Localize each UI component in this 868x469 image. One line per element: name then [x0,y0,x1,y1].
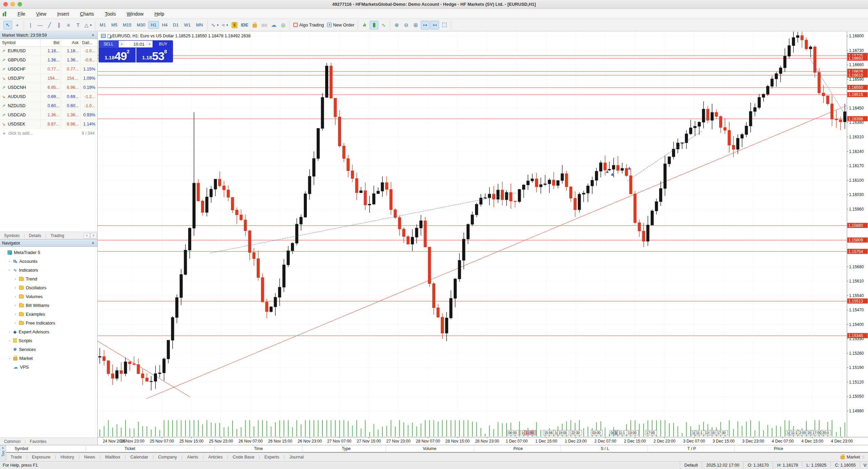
close-icon[interactable]: × [2,446,4,450]
chart-shift-icon[interactable]: ↤ [430,21,439,30]
candles-chart-icon[interactable] [370,21,378,30]
tile-windows-icon[interactable]: ⊞ [411,21,420,30]
volume-input[interactable]: 10.01 [125,41,146,47]
toolbox-tab-calendar[interactable]: Calendar [126,454,153,460]
shapes-tool-icon[interactable]: △▾ [83,21,93,30]
auto-scroll-icon[interactable]: ↦ [421,21,430,30]
navigator-item-indicators[interactable]: ›∿Indicators [0,266,97,274]
expander-icon[interactable]: › [14,312,17,316]
menu-window[interactable]: Window [121,10,149,18]
tab-common[interactable]: Common [0,439,25,444]
navigator-item-oscillators[interactable]: ›Oscillators [0,283,97,292]
timeframe-m5[interactable]: M5 [108,21,120,29]
chart-canvas[interactable]: 1.168001.167301.166601.165901.164501.163… [98,32,868,445]
navigator-item-examples[interactable]: ›Examples [0,310,97,318]
bars-chart-icon[interactable] [360,21,369,30]
horizontal-line-tool-icon[interactable]: — [36,21,44,30]
toolbox-tab-journal[interactable]: Journal [285,454,308,460]
timeframe-mn[interactable]: MN [193,21,205,29]
menu-help[interactable]: Help [149,10,170,18]
signals-icon[interactable]: ((o)) [260,21,269,30]
menu-insert[interactable]: Insert [52,10,75,18]
crosshair-tool-icon[interactable]: + [13,21,22,30]
toolbox-tab-mailbox[interactable]: Mailbox [101,454,125,460]
vertical-line-tool-icon[interactable]: | [26,21,35,30]
trendline-tool-icon[interactable]: ╱ [45,21,54,30]
toolbox-tab-experts[interactable]: Experts [260,454,284,460]
toolbox-tab-trade[interactable]: Trade [6,454,26,460]
expander-icon[interactable]: › [14,321,17,325]
new-order-button[interactable]: +New Order [326,21,356,30]
volume-increase-button[interactable]: ∧ [146,41,153,47]
toolbox-tab-news[interactable]: News [80,454,100,460]
navigator-item-volumes[interactable]: ›Volumes [0,292,97,301]
toolbox-tab-articles[interactable]: Articles [204,454,227,460]
navigator-item-expert-advisors[interactable]: ›◆Expert Advisors [0,327,97,336]
tab-favorites[interactable]: Favorites [26,439,51,444]
toolbox-tab-history[interactable]: History [56,454,78,460]
timeframe-d1[interactable]: D1 [170,21,181,29]
expander-icon[interactable]: › [8,338,11,343]
community-icon[interactable]: ◎ [279,21,288,30]
tab-trading[interactable]: Trading [46,233,68,238]
expander-icon[interactable]: › [8,330,11,334]
sell-price[interactable]: 1.18 49 2 [99,48,136,62]
market-watch-row[interactable]: ↗USDCAD1.36...1.36...0.93% [0,111,97,120]
expander-icon[interactable]: › [7,268,12,272]
market-watch-row[interactable]: ↗USDCNH6.95...6.96...0.19% [0,83,97,92]
navigator-item-scripts[interactable]: ›Scripts [0,336,97,345]
close-icon[interactable]: × [91,240,95,246]
one-click-trading-icon[interactable] [107,34,111,38]
algo-trading-button[interactable]: Algo Trading [292,21,325,30]
toolbox-tab-code-base[interactable]: Code Base [228,454,259,460]
navigator-item-bill-williams[interactable]: ›Bill Williams [0,301,97,310]
menu-tools[interactable]: Tools [99,10,121,18]
sell-button[interactable]: SELL [99,40,118,48]
market-watch-row[interactable]: ↗GBPUSD1.36...1.36...-0.9... [0,56,97,65]
cursor-tool-icon[interactable]: ↖ [3,21,12,30]
toolbox-tab-company[interactable]: Company [154,454,181,460]
timeframe-m1[interactable]: M1 [97,21,108,29]
market-button[interactable]: Market(( [841,454,868,460]
text-tool-icon[interactable]: T [74,21,82,30]
menu-file[interactable]: File [12,10,31,18]
timeframe-h1[interactable]: H1 [148,21,159,29]
tab-scroll-left-button[interactable]: < [84,233,90,238]
symbol-dollar-icon[interactable]: $ [230,21,239,30]
navigator-item-free-indicators[interactable]: ›Free Indicators [0,318,97,327]
indicator-list-icon[interactable]: ≈▾ [221,21,230,30]
expander-icon[interactable]: › [14,303,17,307]
dashed-box-icon[interactable] [440,21,449,30]
timeframe-m15[interactable]: M15 [120,21,134,29]
tab-details[interactable]: Details [25,233,45,238]
navigator-item-market[interactable]: ›Market [0,354,97,363]
market-watch-row[interactable]: ↘AUDUSD0.69...0.69...-1.2... [0,92,97,101]
vps-cloud-icon[interactable]: ☁ [269,21,278,30]
chart-type-line-icon[interactable]: ∿▾ [210,21,220,30]
expander-icon[interactable]: › [14,286,17,290]
tab-scroll-right-button[interactable]: > [91,233,97,238]
navigator-item-metatrader-5[interactable]: MetaTrader 5 [0,248,97,257]
timeframe-m30[interactable]: M30 [134,21,148,29]
timeframe-w1[interactable]: W1 [181,21,194,29]
expander-icon[interactable]: › [8,356,11,360]
buy-button[interactable]: BUY [153,40,173,48]
zoom-out-icon[interactable]: ⊖ [402,21,411,30]
market-watch-row[interactable]: ↘USDJPY154....154....1.09% [0,74,97,83]
navigator-item-trend[interactable]: ›Trend [0,274,97,283]
volume-decrease-button[interactable]: ∨ [119,41,125,47]
tab-symbols[interactable]: Symbols [0,233,24,238]
market-bag-icon[interactable] [250,21,259,30]
navigator-item-services[interactable]: ✱Services [0,345,97,354]
navigator-item-accounts[interactable]: ›Accounts [0,257,97,266]
ide-button-icon[interactable]: IDE [240,21,250,30]
market-watch-row[interactable]: ↘USDSEK8.87...8.96...1.14% [0,120,97,129]
toolbox-tab-alerts[interactable]: Alerts [182,454,202,460]
market-watch-row[interactable]: ↗USDCHF0.77...0.77...1.15% [0,65,97,74]
toolbox-vertical-label[interactable]: Too [1,451,5,457]
market-watch-row[interactable]: ↗EURUSD1.18...1.18...-1.0... [0,46,97,56]
depth-of-market-icon[interactable] [101,34,106,38]
channel-tool-icon[interactable]: ∥ [55,21,63,30]
menu-charts[interactable]: Charts [75,10,99,18]
close-icon[interactable]: × [91,33,95,38]
